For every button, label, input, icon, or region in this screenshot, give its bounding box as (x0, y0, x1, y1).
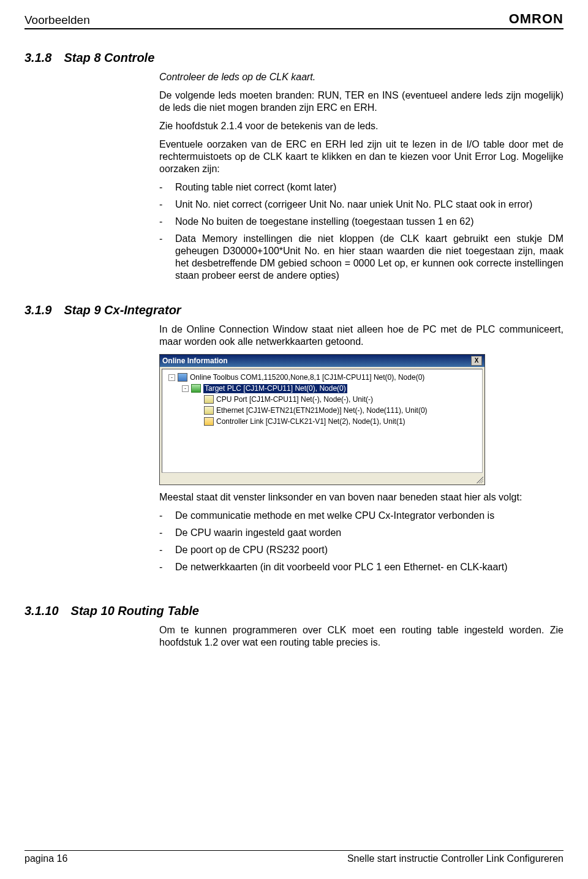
intro-text: Controleer de leds op de CLK kaart. (159, 71, 564, 83)
list-item-text: Data Memory instellingen die niet kloppe… (175, 233, 564, 282)
close-icon[interactable]: X (471, 356, 482, 366)
tree-node-label[interactable]: Ethernet [CJ1W-ETN21(ETN21Mode)] Net(-),… (216, 406, 428, 415)
tree-node[interactable]: -Online Toolbus COM1,115200,None,8,1 [CJ… (164, 372, 481, 383)
heading-319: 3.1.9 Stap 9 Cx-Integrator (24, 303, 564, 317)
tree-node-label[interactable]: Controller Link [CJ1W-CLK21-V1] Net(2), … (216, 417, 405, 426)
paragraph: De volgende leds moeten branden: RUN, TE… (159, 89, 564, 114)
resize-grip-icon[interactable] (475, 475, 483, 483)
tree-node[interactable]: -Target PLC [CJ1M-CPU11] Net(0), Node(0) (164, 383, 481, 394)
list-item-text: De CPU waarin ingesteld gaat worden (175, 527, 564, 539)
dash-icon: - (159, 544, 175, 556)
paragraph: Om te kunnen programmeren over CLK moet … (159, 624, 564, 649)
dash-icon: - (159, 561, 175, 573)
list-item: -De communicatie methode en met welke CP… (159, 510, 564, 522)
heading-318: 3.1.8 Stap 8 Controle (24, 51, 564, 65)
bullet-list-319: -De communicatie methode en met welke CP… (159, 510, 564, 573)
clk-icon (204, 417, 214, 426)
heading-3110: 3.1.10 Stap 10 Routing Table (24, 604, 564, 618)
cpu-icon (178, 373, 187, 382)
dash-icon: - (159, 216, 175, 228)
plc-icon (191, 384, 201, 393)
paragraph: In de Online Connection Window staat nie… (159, 323, 564, 348)
list-item-text: Unit No. niet correct (corrigeer Unit No… (175, 198, 564, 211)
online-information-window: Online Information X -Online Toolbus COM… (159, 354, 485, 485)
heading-number: 3.1.9 (24, 303, 51, 317)
tree-node[interactable]: CPU Port [CJ1M-CPU11] Net(-), Node(-), U… (164, 394, 481, 405)
list-item-text: De netwerkkaarten (in dit voorbeeld voor… (175, 561, 564, 573)
footer-page-number: pagina 16 (24, 853, 67, 864)
header-section-name: Voorbeelden (24, 13, 90, 27)
list-item: -Data Memory instellingen die niet klopp… (159, 233, 564, 282)
list-item-text: Node No buiten de toegestane instelling … (175, 216, 564, 228)
paragraph: Meestal staat dit venster linksonder en … (159, 491, 564, 504)
list-item: -De CPU waarin ingesteld gaat worden (159, 527, 564, 539)
collapse-icon[interactable]: - (182, 385, 189, 392)
paragraph: Eventuele oorzaken van de ERC en ERH led… (159, 138, 564, 175)
bullet-list-318: -Routing table niet correct (komt later)… (159, 181, 564, 282)
dash-icon: - (159, 181, 175, 194)
list-item: -Routing table niet correct (komt later) (159, 181, 564, 194)
dash-icon: - (159, 198, 175, 211)
list-item-text: De communicatie methode en met welke CPU… (175, 510, 564, 522)
dash-icon: - (159, 233, 175, 282)
window-resize-area (160, 475, 484, 485)
tree-node-label[interactable]: Target PLC [CJ1M-CPU11] Net(0), Node(0) (203, 384, 347, 393)
window-body: -Online Toolbus COM1,115200,None,8,1 [CJ… (162, 369, 483, 473)
collapse-icon[interactable]: - (168, 374, 175, 381)
heading-number: 3.1.10 (24, 604, 59, 618)
page-footer: pagina 16 Snelle start instructie Contro… (24, 850, 564, 864)
section-3110-body: Om te kunnen programmeren over CLK moet … (159, 624, 564, 649)
list-item: -De poort op de CPU (RS232 poort) (159, 544, 564, 556)
eth-icon (204, 406, 214, 415)
brand-logo: OMRON (509, 11, 564, 27)
window-titlebar[interactable]: Online Information X (160, 355, 484, 367)
list-item: -De netwerkkaarten (in dit voorbeeld voo… (159, 561, 564, 573)
footer-doc-title: Snelle start instructie Controller Link … (347, 853, 564, 864)
list-item-text: Routing table niet correct (komt later) (175, 181, 564, 194)
page: Voorbeelden OMRON 3.1.8 Stap 8 Controle … (0, 0, 588, 879)
heading-title: Stap 8 Controle (64, 51, 564, 65)
page-header: Voorbeelden OMRON (24, 11, 564, 29)
heading-title: Stap 10 Routing Table (71, 604, 564, 618)
tree-node[interactable]: Controller Link [CJ1W-CLK21-V1] Net(2), … (164, 416, 481, 427)
dash-icon: - (159, 510, 175, 522)
list-item-text: De poort op de CPU (RS232 poort) (175, 544, 564, 556)
section-318-body: Controleer de leds op de CLK kaart. De v… (159, 71, 564, 282)
heading-number: 3.1.8 (24, 51, 51, 65)
tree-node-label[interactable]: CPU Port [CJ1M-CPU11] Net(-), Node(-), U… (216, 395, 373, 404)
heading-title: Stap 9 Cx-Integrator (64, 303, 564, 317)
dash-icon: - (159, 527, 175, 539)
paragraph: Zie hoofdstuk 2.1.4 voor de betekenis va… (159, 120, 564, 132)
list-item: -Node No buiten de toegestane instelling… (159, 216, 564, 228)
tree-node[interactable]: Ethernet [CJ1W-ETN21(ETN21Mode)] Net(-),… (164, 405, 481, 416)
list-item: -Unit No. niet correct (corrigeer Unit N… (159, 198, 564, 211)
tree-node-label[interactable]: Online Toolbus COM1,115200,None,8,1 [CJ1… (190, 373, 424, 382)
window-title: Online Information (162, 357, 228, 366)
port-icon (204, 395, 214, 404)
section-319-body: In de Online Connection Window staat nie… (159, 323, 564, 573)
